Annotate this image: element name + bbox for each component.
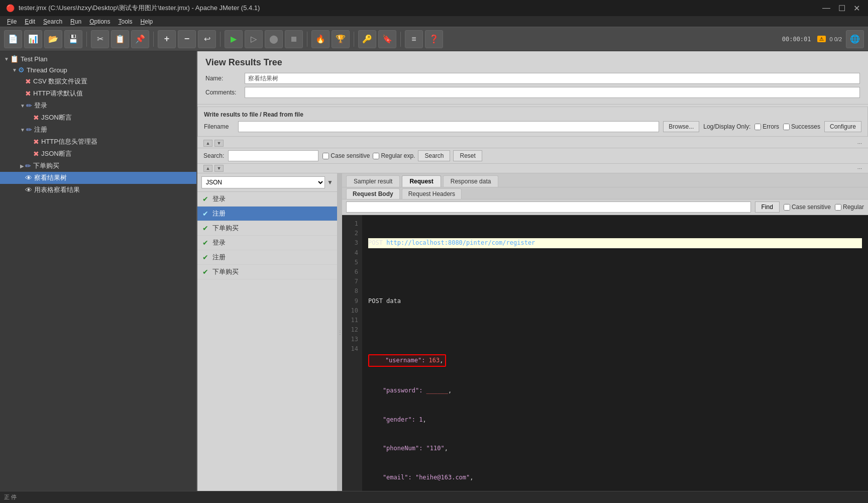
tree-item-json-assert-1[interactable]: ▶ ✖ JSON断言 (0, 112, 196, 124)
toggle-order[interactable]: ▶ (20, 163, 24, 169)
toolbar-help[interactable]: ❓ (425, 30, 443, 48)
toolbar-templates[interactable]: 📊 (24, 30, 42, 48)
case-sensitive-label[interactable]: Case sensitive (322, 152, 370, 159)
menu-help[interactable]: Help (137, 17, 157, 26)
result-item-1[interactable]: ✔ 注册 (197, 207, 337, 221)
successes-checkbox[interactable] (783, 124, 790, 130)
toolbar-stop-now[interactable]: ⏹ (285, 30, 303, 48)
menu-edit[interactable]: Edit (21, 17, 39, 26)
toolbar-new[interactable]: 📄 (4, 30, 22, 48)
tab-request[interactable]: Request (402, 175, 441, 187)
result-label-4: 注册 (212, 253, 226, 262)
icon-json1: ✖ (33, 114, 39, 122)
label-csv: CSV 数据文件设置 (33, 77, 87, 86)
format-dropdown[interactable]: JSON Text HTML XML (201, 176, 325, 188)
tree-item-http-default[interactable]: ▶ ✖ HTTP请求默认值 (0, 87, 196, 99)
label-order: 下单购买 (33, 161, 59, 170)
result-item-2[interactable]: ✔ 下单购买 (197, 221, 337, 236)
arr-down-2[interactable]: ▼ (214, 165, 224, 172)
tab-sampler-result[interactable]: Sampler result (346, 175, 400, 187)
find-regular-label[interactable]: Regular (835, 204, 864, 211)
toolbar-undo[interactable]: ↩ (198, 30, 216, 48)
menu-options[interactable]: Options (85, 17, 114, 26)
browse-button[interactable]: Browse... (663, 121, 699, 132)
name-input[interactable] (245, 73, 860, 84)
code-line-1: POST http://localhost:8080/pinter/com/re… (368, 238, 862, 248)
tree-item-order[interactable]: ▶ ✏ 下单购买 (0, 160, 196, 172)
tree-item-login[interactable]: ▼ ✏ 登录 (0, 99, 196, 112)
toggle-login[interactable]: ▼ (20, 103, 25, 109)
find-case-sensitive-checkbox[interactable] (784, 204, 790, 211)
close-button[interactable]: ✕ (851, 4, 862, 13)
errors-checkbox-label[interactable]: Errors (754, 123, 779, 130)
toggle-test-plan[interactable]: ▼ (4, 56, 9, 62)
regular-exp-checkbox[interactable] (373, 153, 379, 159)
menu-file[interactable]: File (3, 17, 21, 26)
toolbar-list[interactable]: ≡ (405, 30, 423, 48)
toolbar-package[interactable]: 🏆 (332, 30, 350, 48)
tree-item-register[interactable]: ▼ ✏ 注册 (0, 124, 196, 136)
toolbar-save[interactable]: 💾 (64, 30, 82, 48)
tree-item-json-assert-2[interactable]: ▶ ✖ JSON断言 (0, 148, 196, 160)
toolbar-paste[interactable]: 📌 (131, 30, 149, 48)
toolbar-remove[interactable]: − (178, 30, 196, 48)
menu-run[interactable]: Run (66, 17, 85, 26)
ln-2: 2 (342, 229, 362, 238)
errors-checkbox[interactable] (754, 124, 761, 130)
find-case-sensitive-label[interactable]: Case sensitive (784, 204, 831, 211)
name-label: Name: (205, 75, 241, 82)
arr-up-1[interactable]: ▲ (203, 140, 212, 147)
maximize-button[interactable]: ☐ (836, 4, 847, 13)
arr-down-1[interactable]: ▼ (214, 140, 224, 147)
menu-tools[interactable]: Tools (115, 17, 137, 26)
toolbar-key[interactable]: 🔑 (358, 30, 376, 48)
toolbar-open[interactable]: 📂 (44, 30, 62, 48)
tree-item-test-plan[interactable]: ▼ 📋 Test Plan (0, 53, 196, 64)
sub-tab-request-body[interactable]: Request Body (346, 188, 400, 199)
menu-search[interactable]: Search (39, 17, 66, 26)
toolbar-tag[interactable]: 🔖 (378, 30, 396, 48)
comments-input[interactable] (245, 87, 860, 98)
toolbar-flame[interactable]: 🔥 (311, 30, 330, 48)
toggle-thread-group[interactable]: ▼ (12, 67, 17, 73)
time-display: 00:00:01 (782, 36, 811, 43)
toolbar-cut[interactable]: ✂ (91, 30, 109, 48)
result-item-3[interactable]: ✔ 登录 (197, 236, 337, 250)
configure-button[interactable]: Configure (824, 121, 861, 132)
code-line-8: "phoneNum": "110", (368, 444, 862, 453)
tree-item-http-header[interactable]: ▶ ✖ HTTP信息头管理器 (0, 136, 196, 148)
search-input[interactable] (228, 150, 318, 161)
successes-label: Successes (791, 123, 820, 130)
tab-response-data[interactable]: Response data (443, 175, 499, 187)
tree-item-result-tree[interactable]: ▶ 👁 察看结果树 (0, 172, 196, 184)
result-item-0[interactable]: ✔ 登录 (197, 192, 337, 207)
ln-13: 13 (342, 335, 362, 344)
find-input[interactable] (346, 202, 751, 213)
successes-checkbox-label[interactable]: Successes (783, 123, 820, 130)
toggle-register[interactable]: ▼ (20, 127, 25, 133)
drag-handle[interactable]: ⋮ (338, 173, 342, 491)
minimize-button[interactable]: — (820, 4, 832, 13)
code-line-9: "email": "heihe@163.com", (368, 473, 862, 482)
regular-exp-label[interactable]: Regular exp. (373, 152, 415, 159)
result-icon-4: ✔ (202, 253, 208, 261)
toolbar-remote[interactable]: 🌐 (846, 30, 864, 48)
result-item-4[interactable]: ✔ 注册 (197, 250, 337, 265)
toolbar-stop[interactable]: ⬤ (265, 30, 283, 48)
tree-item-thread-group[interactable]: ▼ ⚙ Thread Group (0, 64, 196, 75)
search-button[interactable]: Search (418, 150, 450, 161)
toolbar-run-no-pause[interactable]: ▷ (245, 30, 263, 48)
toolbar-add[interactable]: + (158, 30, 176, 48)
toolbar-run[interactable]: ▶ (225, 30, 243, 48)
find-button[interactable]: Find (755, 202, 780, 213)
sub-tab-request-headers[interactable]: Request Headers (402, 188, 462, 199)
tree-item-table-result[interactable]: ▶ 👁 用表格察看结果 (0, 184, 196, 196)
toolbar-copy[interactable]: 📋 (111, 30, 129, 48)
case-sensitive-checkbox[interactable] (322, 153, 329, 159)
find-regular-checkbox[interactable] (835, 204, 841, 211)
arr-up-2[interactable]: ▲ (203, 165, 212, 172)
tree-item-csv[interactable]: ▶ ✖ CSV 数据文件设置 (0, 75, 196, 87)
filename-input[interactable] (238, 121, 659, 132)
result-item-5[interactable]: ✔ 下单购买 (197, 265, 337, 279)
reset-button[interactable]: Reset (453, 150, 482, 161)
